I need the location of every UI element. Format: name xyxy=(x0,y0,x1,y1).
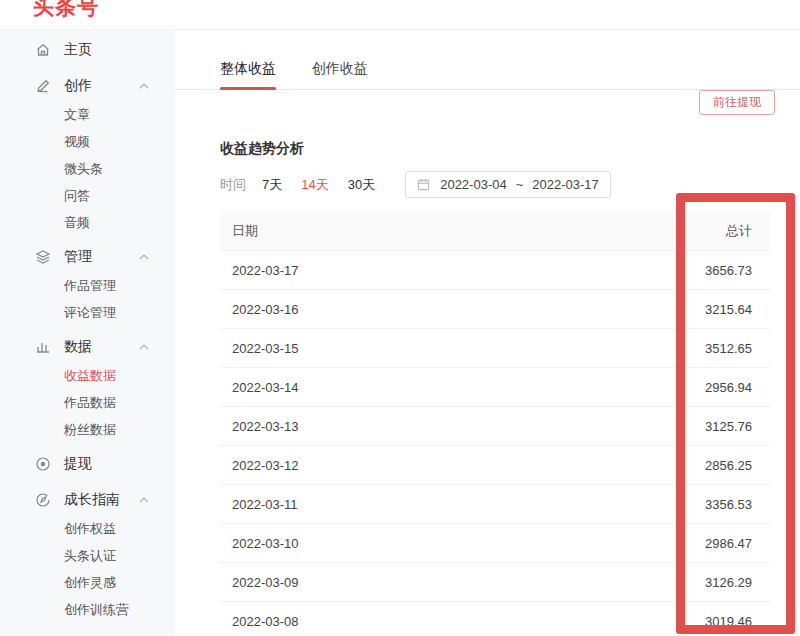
sidebar-item-articles[interactable]: 文章 xyxy=(0,101,175,128)
main-content: 整体收益 创作收益 前往提现 收益趋势分析 时间 7天 14天 30天 2022… xyxy=(175,30,800,636)
cell-date: 2022-03-17 xyxy=(220,263,650,278)
time-filter-label: 时间 xyxy=(220,176,246,194)
sidebar-item-fans-data[interactable]: 粉丝数据 xyxy=(0,416,175,443)
cell-date: 2022-03-13 xyxy=(220,419,650,434)
sidebar-item-qa[interactable]: 问答 xyxy=(0,182,175,209)
cell-total: 2956.94 xyxy=(650,380,770,395)
sidebar-item-growth[interactable]: 成长指南 xyxy=(0,485,175,515)
home-icon xyxy=(35,42,51,58)
table-row[interactable]: 2022-03-16 3215.64 xyxy=(220,290,770,329)
table-row[interactable]: 2022-03-10 2986.47 xyxy=(220,524,770,563)
sidebar-item-home[interactable]: 主页 xyxy=(0,35,175,65)
sidebar-item-microblog[interactable]: 微头条 xyxy=(0,155,175,182)
cell-total: 2856.25 xyxy=(650,458,770,473)
sidebar-item-videos[interactable]: 视频 xyxy=(0,128,175,155)
sidebar-item-content-data[interactable]: 作品数据 xyxy=(0,389,175,416)
chevron-up-icon[interactable] xyxy=(139,254,149,260)
chevron-up-icon[interactable] xyxy=(139,497,149,503)
chevron-up-icon[interactable] xyxy=(139,344,149,350)
table-row[interactable]: 2022-03-17 3656.73 xyxy=(220,251,770,290)
cell-date: 2022-03-08 xyxy=(220,614,650,629)
cell-date: 2022-03-09 xyxy=(220,575,650,590)
bar-chart-icon xyxy=(35,339,51,355)
sidebar-item-label: 提现 xyxy=(64,455,92,473)
section-title: 收益趋势分析 xyxy=(220,140,800,158)
sidebar-item-withdraw[interactable]: 提现 xyxy=(0,449,175,479)
layers-icon xyxy=(35,249,51,265)
compass-icon xyxy=(35,492,51,508)
table-row[interactable]: 2022-03-12 2856.25 xyxy=(220,446,770,485)
date-range-separator: ~ xyxy=(516,177,524,192)
sidebar: 主页 创作 文章 视频 微头条 问答 音频 管理 作品管理 评论管理 xyxy=(0,30,175,636)
top-bar: 头条号 xyxy=(0,0,800,30)
chevron-up-icon[interactable] xyxy=(139,83,149,89)
sidebar-item-revenue-data[interactable]: 收益数据 xyxy=(0,362,175,389)
sidebar-item-inspiration[interactable]: 创作灵感 xyxy=(0,569,175,596)
filter-7-days[interactable]: 7天 xyxy=(262,176,282,194)
sidebar-item-data[interactable]: 数据 xyxy=(0,332,175,362)
table-row[interactable]: 2022-03-15 3512.65 xyxy=(220,329,770,368)
time-filter-row: 时间 7天 14天 30天 2022-03-04 ~ 2022-03-17 xyxy=(220,171,800,198)
sidebar-item-creator-rights[interactable]: 创作权益 xyxy=(0,515,175,542)
table-header-row: 日期 总计 xyxy=(220,211,770,251)
filter-30-days[interactable]: 30天 xyxy=(348,176,375,194)
table-row[interactable]: 2022-03-13 3125.76 xyxy=(220,407,770,446)
table-row[interactable]: 2022-03-11 3356.53 xyxy=(220,485,770,524)
cell-date: 2022-03-15 xyxy=(220,341,650,356)
sidebar-item-label: 主页 xyxy=(64,41,92,59)
sidebar-item-label: 数据 xyxy=(64,338,92,356)
cell-total: 3215.64 xyxy=(650,302,770,317)
cell-total: 3356.53 xyxy=(650,497,770,512)
tab-overall-revenue[interactable]: 整体收益 xyxy=(220,60,276,89)
cell-total: 3126.29 xyxy=(650,575,770,590)
revenue-tabs: 整体收益 创作收益 xyxy=(175,60,800,90)
cell-total: 3019.46 xyxy=(650,614,770,629)
sidebar-item-training-camp[interactable]: 创作训练营 xyxy=(0,596,175,623)
coin-icon xyxy=(35,456,51,472)
cell-total: 3512.65 xyxy=(650,341,770,356)
calendar-icon xyxy=(417,178,430,191)
cell-total: 3125.76 xyxy=(650,419,770,434)
column-header-total: 总计 xyxy=(650,222,770,240)
sidebar-item-verification[interactable]: 头条认证 xyxy=(0,542,175,569)
cell-date: 2022-03-12 xyxy=(220,458,650,473)
date-range-end: 2022-03-17 xyxy=(532,177,599,192)
sidebar-item-label: 成长指南 xyxy=(64,491,120,509)
sidebar-item-label: 管理 xyxy=(64,248,92,266)
cell-total: 3656.73 xyxy=(650,263,770,278)
filter-14-days[interactable]: 14天 xyxy=(301,176,328,194)
pencil-icon xyxy=(35,78,51,94)
go-withdraw-button[interactable]: 前往提现 xyxy=(699,90,775,115)
sidebar-item-content-manage[interactable]: 作品管理 xyxy=(0,272,175,299)
table-row[interactable]: 2022-03-14 2956.94 xyxy=(220,368,770,407)
revenue-table: 日期 总计 2022-03-17 3656.73 2022-03-16 3215… xyxy=(220,211,770,636)
tab-creation-revenue[interactable]: 创作收益 xyxy=(312,60,368,89)
cell-date: 2022-03-11 xyxy=(220,497,650,512)
cell-date: 2022-03-10 xyxy=(220,536,650,551)
sidebar-item-label: 创作 xyxy=(64,77,92,95)
cell-date: 2022-03-14 xyxy=(220,380,650,395)
sidebar-item-manage[interactable]: 管理 xyxy=(0,242,175,272)
cell-date: 2022-03-16 xyxy=(220,302,650,317)
sidebar-item-comment-manage[interactable]: 评论管理 xyxy=(0,299,175,326)
table-row[interactable]: 2022-03-08 3019.46 xyxy=(220,602,770,636)
sidebar-item-audio[interactable]: 音频 xyxy=(0,209,175,236)
sidebar-item-create[interactable]: 创作 xyxy=(0,71,175,101)
date-range-picker[interactable]: 2022-03-04 ~ 2022-03-17 xyxy=(405,171,611,198)
cell-total: 2986.47 xyxy=(650,536,770,551)
column-header-date: 日期 xyxy=(220,222,650,240)
toutiao-logo[interactable]: 头条号 xyxy=(33,0,99,17)
table-row[interactable]: 2022-03-09 3126.29 xyxy=(220,563,770,602)
date-range-start: 2022-03-04 xyxy=(440,177,507,192)
